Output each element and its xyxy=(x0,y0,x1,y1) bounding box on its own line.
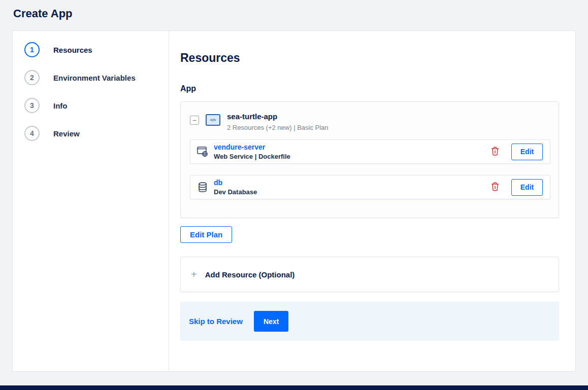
edit-plan-button[interactable]: Edit Plan xyxy=(180,226,232,243)
add-resource-label: Add Resource (Optional) xyxy=(205,270,295,279)
resource-list: vendure-server Web Service | Dockerfile xyxy=(190,139,550,199)
step-resources[interactable]: 1 Resources xyxy=(24,42,169,57)
app-group-panel: − </> sea-turtle-app 2 Resources (+2 new… xyxy=(180,101,559,218)
step-number-circle: 3 xyxy=(24,98,40,113)
collapse-icon[interactable]: − xyxy=(190,116,199,125)
app-summary: 2 Resources (+2 new) | Basic Plan xyxy=(227,124,329,131)
resource-name-link[interactable]: db xyxy=(214,179,257,187)
step-content: Resources App − </> sea-turtle-app 2 Res… xyxy=(169,31,575,371)
resource-texts: vendure-server Web Service | Dockerfile xyxy=(214,143,290,160)
step-number-circle: 2 xyxy=(24,70,40,85)
app-group-titles: sea-turtle-app 2 Resources (+2 new) | Ba… xyxy=(227,112,329,131)
resource-subtitle: Web Service | Dockerfile xyxy=(214,153,290,160)
step-label: Info xyxy=(53,101,68,110)
app-name: sea-turtle-app xyxy=(227,112,329,121)
step-label: Environment Variables xyxy=(53,74,136,82)
create-app-card: 1 Resources 2 Environment Variables 3 In… xyxy=(12,30,576,372)
delete-resource-button[interactable] xyxy=(490,146,500,158)
resource-row-db: db Dev Database Edit xyxy=(190,175,550,199)
next-button[interactable]: Next xyxy=(254,311,288,332)
resource-name-link[interactable]: vendure-server xyxy=(214,143,290,151)
database-icon xyxy=(197,182,209,192)
step-number-circle: 4 xyxy=(24,126,40,141)
web-service-icon xyxy=(197,147,209,157)
step-number-circle: 1 xyxy=(24,42,40,57)
resource-subtitle: Dev Database xyxy=(214,188,257,196)
step-info[interactable]: 3 Info xyxy=(24,98,169,113)
trash-icon xyxy=(491,182,499,193)
skip-to-review-link[interactable]: Skip to Review xyxy=(189,317,243,326)
trash-icon xyxy=(491,147,499,157)
resource-texts: db Dev Database xyxy=(214,179,257,196)
page-title: Create App xyxy=(0,0,588,30)
content-heading: Resources xyxy=(180,51,559,65)
delete-resource-button[interactable] xyxy=(490,181,500,194)
edit-resource-button[interactable]: Edit xyxy=(511,179,543,196)
edit-resource-button[interactable]: Edit xyxy=(511,144,543,160)
wizard-footer: Skip to Review Next xyxy=(180,302,559,341)
step-label: Review xyxy=(53,129,80,138)
add-resource-panel[interactable]: + Add Resource (Optional) xyxy=(180,257,559,292)
plus-icon: + xyxy=(191,269,197,279)
page-bottom-bar xyxy=(0,385,588,390)
app-section-label: App xyxy=(180,84,559,93)
wizard-stepper: 1 Resources 2 Environment Variables 3 In… xyxy=(13,31,169,371)
resource-row-vendure-server: vendure-server Web Service | Dockerfile xyxy=(190,139,550,164)
step-environment-variables[interactable]: 2 Environment Variables xyxy=(24,70,169,85)
step-label: Resources xyxy=(53,46,92,54)
app-code-icon: </> xyxy=(206,114,220,126)
step-review[interactable]: 4 Review xyxy=(24,126,169,141)
app-group-header: − </> sea-turtle-app 2 Resources (+2 new… xyxy=(181,102,559,131)
